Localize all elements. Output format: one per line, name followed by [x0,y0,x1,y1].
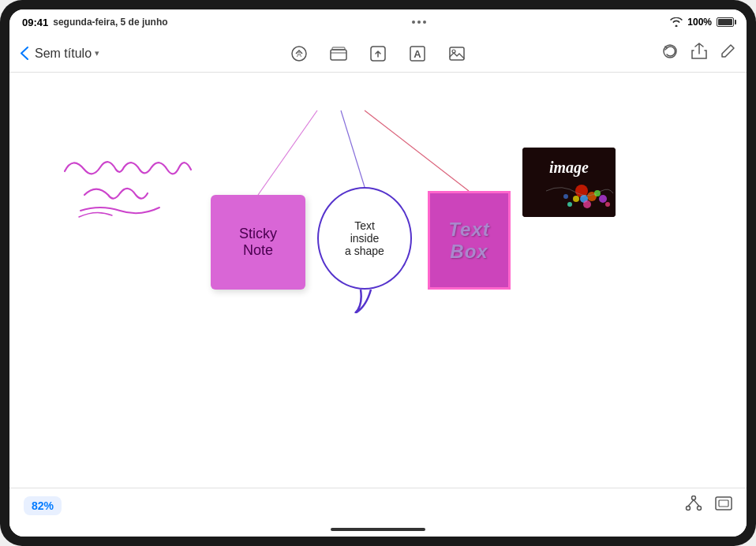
svg-point-25 [692,496,696,500]
svg-rect-30 [716,497,732,510]
status-center-dots [412,21,426,24]
browse-tool[interactable] [326,41,351,66]
svg-point-20 [599,195,607,203]
home-indicator [9,522,747,537]
text-box[interactable]: Text Box [428,191,511,290]
status-time: 09:41 [22,17,48,28]
dot-3 [423,21,426,24]
dot-1 [412,21,415,24]
svg-line-10 [258,110,317,195]
canvas-area[interactable]: Sticky Note Text inside a shape Text Box [9,73,747,488]
svg-rect-7 [450,47,464,60]
svg-rect-2 [331,50,346,60]
svg-point-19 [573,196,579,202]
dot-2 [417,21,421,24]
svg-rect-31 [719,500,728,507]
battery-fill [718,19,732,25]
rotate-icon[interactable] [661,43,679,64]
title-chevron: ▾ [95,48,99,58]
toolbar: Sem título ▾ A [9,35,747,73]
speech-bubble-tail [349,290,380,313]
edit-icon[interactable] [720,43,735,63]
battery-percent: 100% [687,17,712,28]
svg-line-12 [365,110,469,191]
status-date: segunda-feira, 5 de junho [53,17,167,28]
svg-point-27 [698,507,702,510]
svg-text:image: image [549,159,589,177]
text-tool[interactable]: A [405,41,430,66]
view-icon[interactable] [715,496,732,514]
svg-point-26 [687,507,691,510]
speech-bubble[interactable]: Text inside a shape [317,187,412,290]
image-element[interactable]: image [522,148,616,217]
sticky-note[interactable]: Sticky Note [211,195,305,290]
bottom-right-icons [685,496,732,515]
back-button[interactable] [21,47,28,60]
toolbar-right [641,43,735,64]
toolbar-center: A [115,41,641,66]
ipad-frame: 09:41 segunda-feira, 5 de junho 100% [0,0,756,546]
diagram-icon[interactable] [685,496,702,515]
svg-point-21 [567,202,572,207]
svg-rect-3 [332,47,345,50]
doc-title[interactable]: Sem título ▾ [35,47,99,61]
text-box-content: Text Box [448,219,489,263]
svg-point-22 [605,202,610,207]
zoom-badge[interactable]: 82% [24,496,62,515]
status-right: 100% [670,17,734,28]
handwritten-text-element [57,140,199,226]
toolbar-left: Sem título ▾ [21,47,115,61]
battery-icon [717,17,734,27]
home-bar [331,528,425,531]
svg-text:A: A [414,48,421,60]
share-icon[interactable] [691,43,707,64]
sticky-note-text: Sticky Note [239,226,277,259]
speech-bubble-container[interactable]: Text inside a shape [317,187,412,309]
bottom-bar: 82% [9,488,747,522]
svg-line-29 [694,500,699,507]
pencil-tool[interactable]: A [286,41,312,66]
wifi-icon [670,17,683,27]
upload-tool[interactable] [365,41,391,66]
svg-point-18 [583,200,591,208]
svg-line-28 [688,500,694,507]
ipad-screen: 09:41 segunda-feira, 5 de junho 100% [9,9,747,537]
speech-bubble-text: Text inside a shape [345,219,384,257]
svg-line-11 [341,110,365,187]
status-bar: 09:41 segunda-feira, 5 de junho 100% [9,9,747,35]
doc-title-text: Sem título [35,47,92,61]
svg-point-23 [563,194,568,199]
status-left: 09:41 segunda-feira, 5 de junho [22,17,168,28]
image-canvas: image [522,148,616,217]
image-tool[interactable] [444,41,470,66]
